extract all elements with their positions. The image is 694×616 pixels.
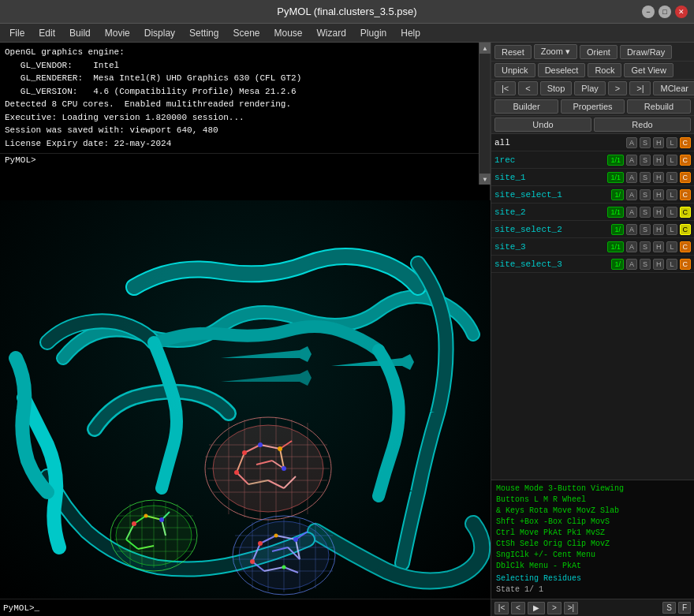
properties-button[interactable]: Properties (561, 99, 625, 114)
obj-s-badge-site_select_1[interactable]: S (640, 189, 651, 200)
obj-l-badge-site_2[interactable]: L (666, 207, 677, 218)
get-view-button[interactable]: Get View (624, 63, 673, 77)
stop-button[interactable]: Stop (540, 81, 573, 95)
reset-button[interactable]: Reset (494, 45, 532, 59)
menu-item-edit[interactable]: Edit (32, 26, 62, 40)
obj-h-badge-site_2[interactable]: H (653, 207, 665, 218)
skip-start-button[interactable]: |< (494, 81, 516, 95)
object-badge-site_2[interactable]: 1/1 (607, 207, 624, 218)
deselect-button[interactable]: Deselect (538, 63, 586, 77)
prev-button[interactable]: < (518, 81, 537, 95)
obj-c-badge-site_3[interactable]: C (680, 241, 692, 252)
obj-h-badge-site_select_1[interactable]: H (653, 189, 665, 200)
obj-s-badge-site_select_2[interactable]: S (640, 224, 651, 235)
obj-s-badge-site_select_3[interactable]: S (640, 259, 651, 270)
unpick-button[interactable]: Unpick (494, 63, 535, 77)
menu-item-plugin[interactable]: Plugin (354, 26, 393, 40)
obj-a-badge-all[interactable]: A (626, 137, 637, 148)
obj-c-badge-site_select_3[interactable]: C (680, 259, 692, 270)
rebuild-button[interactable]: Rebuild (627, 99, 691, 114)
rock-button[interactable]: Rock (588, 63, 621, 77)
object-badge-site_select_3[interactable]: 1/ (611, 259, 624, 270)
object-row-site_1[interactable]: site_11/1ASHLC (491, 169, 694, 186)
obj-h-badge-site_select_2[interactable]: H (653, 224, 665, 235)
menu-item-setting[interactable]: Setting (183, 26, 225, 40)
obj-h-badge-1rec[interactable]: H (653, 155, 665, 166)
object-row-site_select_3[interactable]: site_select_31/ASHLC (491, 256, 694, 273)
obj-a-badge-site_select_3[interactable]: A (626, 259, 637, 270)
obj-h-badge-site_1[interactable]: H (653, 172, 665, 183)
menu-item-help[interactable]: Help (394, 26, 427, 40)
builder-button[interactable]: Builder (494, 99, 558, 114)
zoom-button[interactable]: Zoom ▾ (534, 44, 577, 59)
undo-button[interactable]: Undo (494, 118, 591, 132)
close-button[interactable]: ✕ (675, 6, 688, 18)
obj-s-badge-site_1[interactable]: S (640, 172, 651, 183)
object-row-1rec[interactable]: 1rec1/1ASHLC (491, 151, 694, 169)
obj-a-badge-1rec[interactable]: A (626, 155, 637, 166)
obj-a-badge-site_1[interactable]: A (626, 172, 637, 183)
obj-c-badge-site_select_1[interactable]: C (680, 189, 692, 200)
state-s-button[interactable]: S (662, 602, 676, 614)
scroll-up-arrow[interactable]: ▲ (479, 43, 491, 54)
menu-item-build[interactable]: Build (63, 26, 97, 40)
obj-h-badge-site_3[interactable]: H (653, 241, 665, 252)
maximize-button[interactable]: □ (659, 6, 671, 18)
object-row-site_2[interactable]: site_21/1ASHLC (491, 203, 694, 221)
object-badge-1rec[interactable]: 1/1 (607, 155, 624, 166)
object-badge-site_1[interactable]: 1/1 (607, 172, 624, 183)
menu-item-movie[interactable]: Movie (99, 26, 136, 40)
state-next[interactable]: > (547, 602, 562, 614)
state-f-button[interactable]: F (678, 602, 691, 614)
state-play[interactable]: ▶ (528, 602, 545, 614)
play-button[interactable]: Play (574, 81, 605, 95)
obj-c-badge-1rec[interactable]: C (680, 155, 692, 166)
obj-s-badge-site_2[interactable]: S (640, 207, 651, 218)
obj-c-badge-site_2[interactable]: C (680, 207, 692, 218)
obj-a-badge-site_select_1[interactable]: A (626, 189, 637, 200)
obj-c-badge-site_select_2[interactable]: C (680, 224, 692, 235)
obj-s-badge-all[interactable]: S (640, 137, 651, 148)
skip-end-button[interactable]: >| (629, 81, 651, 95)
object-row-site_select_2[interactable]: site_select_21/ASHLC (491, 221, 694, 238)
scroll-down-arrow[interactable]: ▼ (479, 174, 491, 185)
obj-s-badge-site_3[interactable]: S (640, 241, 651, 252)
obj-h-badge-all[interactable]: H (653, 137, 665, 148)
menu-item-mouse[interactable]: Mouse (267, 26, 308, 40)
obj-s-badge-1rec[interactable]: S (640, 155, 651, 166)
obj-l-badge-site_3[interactable]: L (666, 241, 677, 252)
menu-item-wizard[interactable]: Wizard (311, 26, 353, 40)
viewport[interactable] (0, 200, 491, 599)
console-scrollbar[interactable]: ▲ ▼ (479, 43, 490, 185)
orient-button[interactable]: Orient (580, 45, 618, 59)
menu-item-file[interactable]: File (3, 26, 31, 40)
object-badge-site_3[interactable]: 1/1 (607, 241, 624, 252)
state-skip-end[interactable]: >| (564, 602, 578, 614)
obj-l-badge-1rec[interactable]: L (666, 155, 677, 166)
obj-l-badge-site_select_1[interactable]: L (666, 189, 677, 200)
minimize-button[interactable]: − (642, 6, 655, 18)
obj-a-badge-site_select_2[interactable]: A (626, 224, 637, 235)
menu-item-scene[interactable]: Scene (226, 26, 266, 40)
object-row-all[interactable]: allASHLC (491, 134, 694, 151)
object-row-site_3[interactable]: site_31/1ASHLC (491, 238, 694, 256)
obj-l-badge-site_1[interactable]: L (666, 172, 677, 183)
redo-button[interactable]: Redo (594, 118, 691, 132)
obj-c-badge-all[interactable]: C (680, 137, 692, 148)
scroll-thumb[interactable] (479, 54, 490, 174)
obj-c-badge-site_1[interactable]: C (680, 172, 692, 183)
next-button[interactable]: > (608, 81, 627, 95)
draw-ray-button[interactable]: Draw/Ray (620, 45, 672, 59)
obj-l-badge-all[interactable]: L (666, 137, 677, 148)
obj-l-badge-site_select_3[interactable]: L (666, 259, 677, 270)
object-badge-site_select_1[interactable]: 1/ (611, 189, 624, 200)
obj-a-badge-site_2[interactable]: A (626, 207, 637, 218)
state-skip-start[interactable]: |< (494, 602, 509, 614)
menu-item-display[interactable]: Display (138, 26, 181, 40)
obj-l-badge-site_select_2[interactable]: L (666, 224, 677, 235)
object-row-site_select_1[interactable]: site_select_11/ASHLC (491, 186, 694, 203)
obj-a-badge-site_3[interactable]: A (626, 241, 637, 252)
obj-h-badge-site_select_3[interactable]: H (653, 259, 665, 270)
mclear-button[interactable]: MClear (653, 81, 694, 95)
object-badge-site_select_2[interactable]: 1/ (611, 224, 624, 235)
